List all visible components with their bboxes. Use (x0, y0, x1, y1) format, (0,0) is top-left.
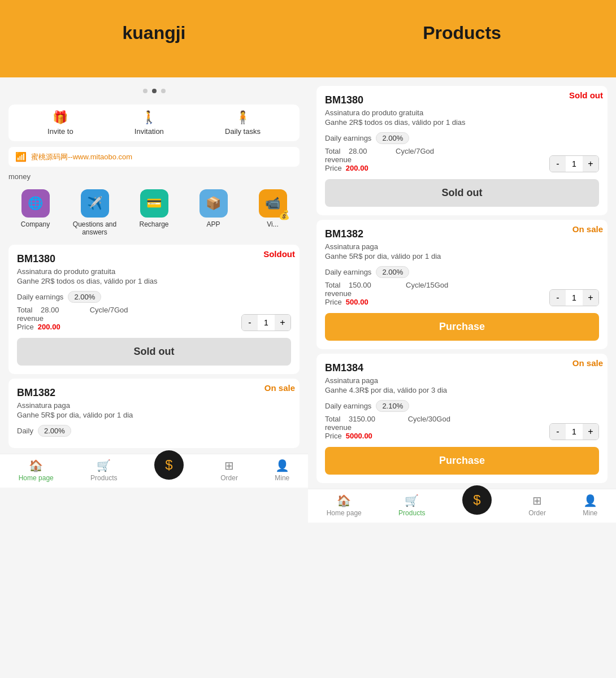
notice-text: 蜜桃源码网--www.mitaobo.com (31, 152, 132, 162)
right-p1-qty-input[interactable] (566, 159, 583, 168)
right-p1-nums: Total 28.00 Cycle/7God revenue Price 200… (325, 147, 434, 172)
right-product-3: On sale BM1384 Assinatura paga Ganhe 4.3… (316, 354, 608, 483)
right-home-label: Home page (327, 509, 362, 517)
left-p1-qty-minus[interactable]: - (242, 315, 258, 331)
left-p1-qty-input[interactable] (258, 318, 275, 327)
right-p2-qty-plus[interactable]: + (583, 290, 598, 306)
left-p1-qty-plus[interactable]: + (275, 315, 290, 331)
right-p2-earnings-label: Daily earnings (325, 268, 371, 276)
left-nav-mine[interactable]: 👤 Mine (275, 459, 289, 482)
right-mine-label: Mine (583, 509, 597, 517)
right-p3-action[interactable]: Purchase (325, 447, 599, 475)
left-p1-earnings: Daily earnings 2.00% (17, 291, 291, 303)
vi-icon: 📹 💰 (259, 189, 287, 218)
right-p2-earnings: Daily earnings 2.00% (325, 266, 599, 278)
right-p3-nums: Total 3150.00 Cycle/30God revenue Price … (325, 415, 450, 440)
daily-tasks-action[interactable]: 🧍 Daily tasks (225, 110, 261, 136)
right-mine-icon: 👤 (583, 494, 597, 507)
right-p2-action[interactable]: Purchase (325, 313, 599, 341)
left-p1-action[interactable]: Sold out (17, 338, 291, 366)
invite-action[interactable]: 🎁 Invite to (47, 110, 73, 136)
right-title: Products (319, 23, 605, 44)
right-p2-qty[interactable]: - + (549, 289, 599, 306)
notice-bar: 📶 蜜桃源码网--www.mitaobo.com (8, 147, 300, 167)
right-phone: Products Sold out BM1380 Assinatura do p… (308, 0, 616, 678)
left-p2-earnings: Daily 2.00% (17, 425, 291, 437)
right-p2-qty-input[interactable] (566, 293, 583, 302)
left-nav-order[interactable]: ⊞ Order (220, 459, 238, 482)
right-p3-price: Price 5000.00 (325, 432, 450, 440)
menu-company[interactable]: 🌐 Company (13, 189, 58, 236)
right-fab[interactable]: $ (462, 485, 492, 515)
left-p1-desc1: Assinatura do produto gratuita (17, 267, 291, 276)
left-p1-qty[interactable]: - + (241, 314, 291, 331)
left-p2-desc1: Assinatura paga (17, 401, 291, 410)
left-product-2: On sale BM1382 Assinatura paga Ganhe 5R$… (8, 379, 300, 448)
invite-label: Invite to (47, 127, 73, 136)
carousel-dots (0, 77, 308, 99)
daily-tasks-icon: 🧍 (235, 110, 250, 125)
left-p1-footer: Total 28.00 Cycle/7God revenue Price 200… (17, 306, 291, 331)
right-nav-mine[interactable]: 👤 Mine (583, 494, 597, 517)
right-p3-qty-input[interactable] (566, 427, 583, 436)
daily-tasks-label: Daily tasks (225, 127, 261, 136)
invitation-action[interactable]: 🚶 Invitation (135, 110, 164, 136)
right-p1-pct: 2.00% (376, 132, 409, 144)
right-p2-footer: Total 150.00 Cycle/15God revenue Price 5… (325, 281, 599, 306)
left-phone: kuangji 🎁 Invite to 🚶 Invitation 🧍 Daily… (0, 0, 308, 678)
right-p2-status: On sale (572, 224, 603, 234)
left-p2-status: On sale (264, 383, 295, 393)
left-p2-desc2: Ganhe 5R$ por dia, válido por 1 dia (17, 411, 291, 419)
home-icon: 🏠 (29, 459, 43, 472)
mine-icon: 👤 (275, 459, 289, 472)
order-icon: ⊞ (224, 459, 234, 472)
left-p1-desc2: Ganhe 2R$ todos os dias, válido por 1 di… (17, 277, 291, 285)
right-order-icon: ⊞ (532, 494, 542, 507)
left-p1-nums: Total 28.00 Cycle/7God revenue Price 200… (17, 306, 128, 331)
right-bottom-nav: 🏠 Home page 🛒 Products $ ⊞ Order 👤 Mine (308, 489, 616, 523)
recharge-label: Recharge (139, 220, 168, 228)
menu-qa[interactable]: ✈️ Questions and answers (72, 189, 118, 236)
right-p1-qty-plus[interactable]: + (583, 156, 598, 172)
right-home-icon: 🏠 (337, 494, 351, 507)
right-p1-qty[interactable]: - + (549, 155, 599, 172)
left-nav-products[interactable]: 🛒 Products (90, 459, 117, 482)
right-p2-desc2: Ganhe 5R$ por dia, válido por 1 dia (325, 252, 599, 260)
right-p3-desc2: Ganhe 4.3R$ por dia, válido por 3 dia (325, 386, 599, 394)
right-p1-status: Sold out (569, 90, 603, 100)
left-p1-earnings-label: Daily earnings (17, 293, 63, 301)
vi-label: Vi... (267, 220, 278, 228)
left-title: kuangji (11, 23, 297, 44)
left-p1-status-overlay: Soldout (263, 249, 295, 259)
left-nav-home[interactable]: 🏠 Home page (19, 459, 54, 482)
right-p3-earnings-label: Daily earnings (325, 402, 371, 410)
left-fab[interactable]: $ (154, 450, 184, 480)
menu-vi[interactable]: 📹 💰 Vi... (250, 189, 296, 236)
right-p1-qty-minus[interactable]: - (550, 156, 566, 172)
right-p3-qty[interactable]: - + (549, 423, 599, 440)
right-p2-qty-minus[interactable]: - (550, 290, 566, 306)
right-p3-qty-plus[interactable]: + (583, 424, 598, 440)
right-nav-order[interactable]: ⊞ Order (528, 494, 546, 517)
right-p1-total: Total 28.00 Cycle/7God (325, 147, 434, 155)
menu-grid: 🌐 Company ✈️ Questions and answers 💳 Rec… (0, 181, 308, 239)
right-p3-qty-minus[interactable]: - (550, 424, 566, 440)
right-nav-products[interactable]: 🛒 Products (398, 494, 425, 517)
right-order-label: Order (528, 509, 546, 517)
dot-1 (143, 89, 148, 93)
company-icon: 🌐 (21, 189, 50, 218)
right-p1-action[interactable]: Sold out (325, 179, 599, 207)
menu-recharge[interactable]: 💳 Recharge (132, 189, 177, 236)
right-p2-price: Price 500.00 (325, 298, 448, 306)
right-nav-home[interactable]: 🏠 Home page (327, 494, 362, 517)
left-header: kuangji (0, 0, 308, 77)
right-p2-id: BM1382 (325, 228, 599, 240)
right-p2-desc1: Assinatura paga (325, 242, 599, 251)
home-label: Home page (19, 474, 54, 482)
recharge-icon: 💳 (140, 189, 168, 218)
left-product-1: Soldout BM1380 Assinatura do produto gra… (8, 245, 300, 374)
right-p3-id: BM1384 (325, 362, 599, 374)
invite-icon: 🎁 (53, 110, 68, 125)
products-cart-icon: 🛒 (97, 459, 111, 472)
menu-app[interactable]: 📦 APP (191, 189, 236, 236)
